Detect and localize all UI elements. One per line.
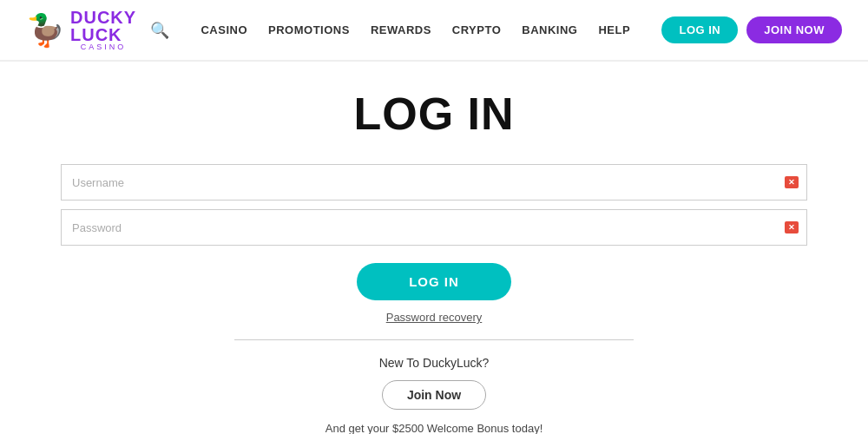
search-icon[interactable]: 🔍 (150, 21, 169, 40)
nav-banking[interactable]: BANKING (522, 23, 577, 36)
logo-luck: LUCK (70, 26, 136, 43)
password-recovery-link[interactable]: Password recovery (61, 311, 807, 324)
header: 🦆 DUCKY LUCK CASINO 🔍 CASINO PROMOTIONS … (0, 0, 868, 62)
logo[interactable]: 🦆 DUCKY LUCK CASINO (26, 9, 136, 51)
nav-crypto[interactable]: CRYPTO (452, 23, 501, 36)
logo-text: DUCKY LUCK CASINO (70, 9, 136, 51)
welcome-text: And get your $2500 Welcome Bonus today! (61, 422, 807, 434)
password-field-group: ✕ (61, 209, 807, 246)
username-field-icon[interactable]: ✕ (785, 176, 799, 188)
main-content: LOG IN ✕ ✕ LOG IN Password recovery New … (43, 62, 825, 434)
header-login-button[interactable]: LOG IN (661, 16, 738, 43)
nav-casino[interactable]: CASINO (201, 23, 247, 36)
logo-casino: CASINO (70, 43, 136, 51)
divider (234, 339, 634, 340)
password-field-icon[interactable]: ✕ (785, 221, 799, 233)
nav-promotions[interactable]: PROMOTIONS (268, 23, 350, 36)
nav-rewards[interactable]: REWARDS (371, 23, 431, 36)
username-input[interactable] (61, 164, 807, 201)
username-field-group: ✕ (61, 164, 807, 201)
header-left: 🦆 DUCKY LUCK CASINO 🔍 (26, 9, 169, 51)
page-title: LOG IN (61, 88, 807, 140)
login-button[interactable]: LOG IN (357, 263, 511, 300)
new-to-text: New To DuckyLuck? (61, 356, 807, 370)
logo-duck-icon: 🦆 (26, 12, 65, 49)
main-nav: CASINO PROMOTIONS REWARDS CRYPTO BANKING… (201, 23, 630, 36)
header-buttons: LOG IN JOIN NOW (661, 16, 842, 43)
join-now-button[interactable]: Join Now (382, 380, 486, 410)
logo-ducky: DUCKY (70, 9, 136, 26)
nav-help[interactable]: HELP (598, 23, 630, 36)
header-join-button[interactable]: JOIN NOW (746, 16, 842, 43)
password-input[interactable] (61, 209, 807, 246)
